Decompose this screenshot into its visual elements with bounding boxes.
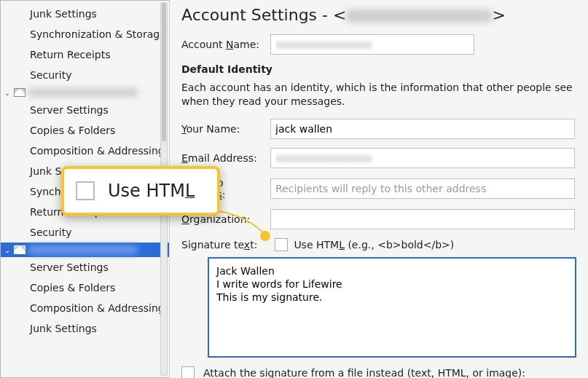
sidebar-item-composition[interactable]: Composition & Addressing xyxy=(1,298,169,318)
account-row-2[interactable]: ⌄ xyxy=(1,85,169,100)
mail-icon xyxy=(14,88,26,97)
callout-target-dot-icon xyxy=(260,231,270,241)
sidebar-item-security[interactable]: Security xyxy=(1,222,169,243)
sidebar-item-junk-settings[interactable]: Junk Settings xyxy=(1,318,169,339)
account-email-obscured xyxy=(28,88,138,97)
use-html-label: Use HTML (e.g., <b>bold</b>) xyxy=(294,239,454,251)
attach-signature-checkbox[interactable] xyxy=(181,366,195,378)
chevron-down-icon: ⌄ xyxy=(4,246,11,254)
your-name-input[interactable] xyxy=(270,119,575,139)
reply-to-input[interactable] xyxy=(270,178,575,199)
email-label: Email Address: xyxy=(181,152,270,164)
callout-use-html: Use HTML xyxy=(61,166,220,216)
use-html-checkbox[interactable] xyxy=(275,238,288,251)
account-row-3-selected[interactable]: ⌄ xyxy=(1,243,169,257)
page-title: Account Settings - <> xyxy=(181,6,575,24)
sidebar-item-copies-folders[interactable]: Copies & Folders xyxy=(1,277,169,298)
your-name-label: Your Name: xyxy=(181,123,270,135)
signature-textarea[interactable] xyxy=(208,257,576,358)
signature-line: Signature text: Use HTML (e.g., <b>bold<… xyxy=(181,238,575,251)
default-identity-heading: Default Identity xyxy=(181,63,575,75)
account-name-label: Account Name: xyxy=(181,39,270,50)
sidebar-item-server-settings[interactable]: Server Settings xyxy=(1,100,169,120)
mail-icon xyxy=(14,245,26,254)
sidebar-item-server-settings[interactable]: Server Settings xyxy=(1,257,169,277)
row-email: Email Address: xyxy=(181,148,575,168)
sidebar-item-security[interactable]: Security xyxy=(1,65,169,85)
chevron-down-icon: ⌄ xyxy=(4,89,11,97)
callout-checkbox-icon xyxy=(76,181,95,200)
sidebar-item-sync-storage[interactable]: Synchronization & Storage xyxy=(1,24,169,44)
signature-text-label: Signature text: xyxy=(181,239,257,251)
organization-input[interactable] xyxy=(270,209,575,229)
sidebar-item-return-receipts[interactable]: Return Receipts xyxy=(1,44,169,65)
row-account-name: Account Name: xyxy=(181,34,575,55)
identity-note: Each account has an identity, which is t… xyxy=(181,81,575,109)
page-title-text: Account Settings - xyxy=(181,6,333,24)
email-input[interactable] xyxy=(270,148,575,168)
attach-signature-row: Attach the signature from a file instead… xyxy=(181,366,575,378)
callout-label: Use HTML xyxy=(108,181,195,201)
account-name-input[interactable] xyxy=(270,34,474,55)
sidebar-item-junk-settings[interactable]: Junk Settings xyxy=(1,4,169,24)
row-reply-to: Reply-to Address: xyxy=(181,177,575,200)
row-organization: Organization: xyxy=(181,209,575,229)
title-email-obscured xyxy=(346,9,492,23)
attach-signature-label: Attach the signature from a file instead… xyxy=(203,367,525,378)
row-your-name: Your Name: xyxy=(181,119,575,139)
sidebar-item-copies-folders[interactable]: Copies & Folders xyxy=(1,120,169,141)
sidebar-item-composition[interactable]: Composition & Addressing xyxy=(1,141,169,161)
account-settings-pane: Account Settings - <> Account Name: Defa… xyxy=(170,0,588,378)
account-email-obscured xyxy=(28,245,138,254)
